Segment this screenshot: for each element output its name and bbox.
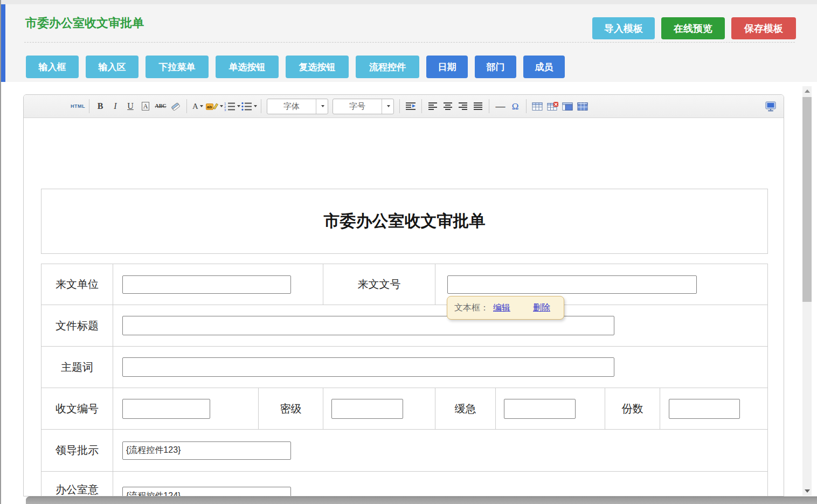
- table-cell: [113, 388, 258, 429]
- table-row: 领导批示: [41, 429, 767, 471]
- doc-number-input[interactable]: [447, 275, 697, 294]
- widget-dropdown-menu-button[interactable]: 下拉菜单: [146, 56, 209, 78]
- widget-input-box-button[interactable]: 输入框: [26, 56, 79, 78]
- align-left-icon: [428, 102, 438, 111]
- page-title: 市委办公室收文审批单: [25, 15, 144, 31]
- align-center-button[interactable]: [441, 99, 455, 114]
- font-color-button[interactable]: A: [191, 99, 205, 114]
- receipt-number-input[interactable]: [122, 399, 210, 419]
- strikethrough-button[interactable]: ABC: [154, 99, 168, 114]
- chevron-down-icon: [237, 105, 240, 107]
- widget-date-button[interactable]: 日期: [426, 56, 468, 78]
- widget-checkbox-button[interactable]: 复选按钮: [286, 56, 349, 78]
- italic-icon: I: [114, 102, 116, 111]
- widget-radio-button-button[interactable]: 单选按钮: [216, 56, 279, 78]
- arrow-up-icon: [805, 89, 810, 93]
- chevron-down-icon: [387, 105, 390, 107]
- window-bottom-bar: [26, 496, 817, 504]
- insert-table-button[interactable]: [530, 99, 544, 114]
- document-title-block: 市委办公室收文审批单: [41, 189, 768, 254]
- copies-label: 份数: [605, 388, 660, 429]
- char-border-button[interactable]: A: [139, 99, 153, 114]
- table-properties-button[interactable]: [576, 99, 590, 114]
- font-family-select[interactable]: 字体: [267, 99, 328, 114]
- arrow-down-icon: [805, 489, 810, 493]
- font-size-select[interactable]: 字号: [333, 99, 394, 114]
- vertical-scrollbar[interactable]: [802, 86, 812, 496]
- indent-icon: [405, 102, 416, 111]
- left-blue-strip: [1, 4, 5, 82]
- leader-note-input[interactable]: [122, 441, 291, 460]
- widget-member-button[interactable]: 成员: [523, 56, 565, 78]
- svg-text:3: 3: [224, 108, 226, 111]
- document-form-table: 来文单位 来文文号 文件标题: [41, 264, 768, 496]
- toolbar-separator: [261, 99, 261, 113]
- leader-note-label: 领导批示: [41, 430, 113, 471]
- insert-table-icon: [532, 102, 543, 111]
- special-char-button[interactable]: Ω: [508, 99, 522, 114]
- urgency-label: 缓急: [435, 388, 495, 429]
- unordered-list-icon: [241, 101, 252, 111]
- save-template-button[interactable]: 保存模板: [731, 17, 796, 39]
- action-buttons: 导入模板 在线预览 保存模板: [592, 17, 796, 39]
- urgency-input[interactable]: [504, 399, 576, 419]
- table-cell: [113, 430, 767, 471]
- source-code-button[interactable]: HTML: [71, 99, 85, 114]
- table-cell: [113, 347, 767, 388]
- chevron-down-icon: [220, 105, 223, 107]
- font-color-icon: A: [192, 102, 198, 111]
- bold-button[interactable]: B: [93, 99, 107, 114]
- cell-properties-button[interactable]: [560, 99, 574, 114]
- align-justify-button[interactable]: [471, 99, 485, 114]
- align-right-button[interactable]: [456, 99, 470, 114]
- ordered-list-button[interactable]: 1 2 3: [224, 99, 240, 114]
- unordered-list-button[interactable]: [241, 99, 257, 114]
- toolbar-separator: [526, 99, 527, 113]
- widget-flow-control-button[interactable]: 流程控件: [356, 56, 419, 78]
- copies-input[interactable]: [669, 399, 740, 419]
- online-preview-button[interactable]: 在线预览: [661, 17, 725, 39]
- source-unit-input[interactable]: [122, 275, 291, 294]
- delete-table-button[interactable]: [545, 99, 559, 114]
- screen: 市委办公室收文审批单 导入模板 在线预览 保存模板 输入框 输入区 下拉菜单 单…: [0, 0, 817, 504]
- font-size-arrow[interactable]: [382, 99, 393, 114]
- horizontal-rule-icon: —: [496, 101, 505, 111]
- char-border-icon: A: [142, 102, 150, 111]
- delete-table-icon: [547, 102, 558, 111]
- ordered-list-icon: 1 2 3: [224, 101, 236, 111]
- office-opinion-input[interactable]: [122, 487, 291, 496]
- font-family-arrow[interactable]: [316, 99, 328, 114]
- widget-toolbar: 输入框 输入区 下拉菜单 单选按钮 复选按钮 流程控件 日期 部门 成员: [26, 56, 565, 78]
- table-properties-icon: [577, 102, 588, 111]
- fullscreen-button[interactable]: [764, 99, 778, 114]
- italic-button[interactable]: I: [108, 99, 122, 114]
- office-opinion-label: 办公室意: [41, 472, 113, 496]
- source-code-icon: HTML: [71, 103, 85, 109]
- tooltip-edit-link[interactable]: 编辑: [493, 302, 510, 314]
- scrollbar-down-button[interactable]: [802, 486, 812, 496]
- secrecy-input[interactable]: [331, 399, 403, 419]
- scrollbar-up-button[interactable]: [802, 86, 812, 96]
- receipt-number-label: 收文编号: [41, 388, 113, 429]
- document-title: 市委办公室收文审批单: [324, 210, 486, 232]
- underline-button[interactable]: U: [123, 99, 137, 114]
- align-left-button[interactable]: [426, 99, 440, 114]
- highlight-color-button[interactable]: ab: [206, 99, 223, 114]
- subject-input[interactable]: [122, 357, 614, 377]
- import-template-button[interactable]: 导入模板: [592, 17, 655, 39]
- editor-canvas[interactable]: 市委办公室收文审批单 来文单位 来文文号 文件标题: [24, 119, 784, 496]
- widget-department-button[interactable]: 部门: [475, 56, 516, 78]
- horizontal-rule-button[interactable]: —: [493, 99, 507, 114]
- scrollbar-thumb[interactable]: [802, 97, 812, 302]
- monitor-icon: [765, 101, 777, 112]
- tooltip-delete-link[interactable]: 删除: [533, 302, 550, 314]
- table-row: 办公室意: [41, 471, 767, 496]
- table-cell: [495, 388, 605, 429]
- remove-format-button[interactable]: [169, 99, 183, 114]
- align-justify-icon: [473, 102, 483, 111]
- align-center-icon: [443, 102, 453, 111]
- widget-input-area-button[interactable]: 输入区: [86, 56, 139, 78]
- indent-button[interactable]: [404, 99, 418, 114]
- widget-tooltip: 文本框： 编辑 删除: [447, 296, 564, 320]
- rich-text-editor: HTML B I U A ABC: [23, 94, 784, 496]
